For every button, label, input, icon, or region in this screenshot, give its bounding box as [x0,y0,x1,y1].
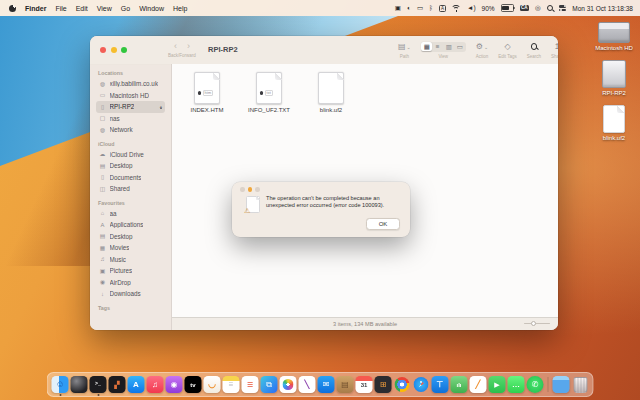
menu-item-view[interactable]: View [97,5,112,12]
action-control[interactable]: ⚙ ⌄ Action [476,41,489,59]
dock-graphics-app-icon[interactable]: ╲ [299,376,316,393]
sidebar-item-downloads[interactable]: ↓Downloads [96,288,165,300]
close-button[interactable] [100,47,106,53]
dock-photos-icon[interactable] [280,376,297,393]
desktop-icon-rpi-rp2[interactable]: RPI-RP2 [602,60,626,96]
dock-finder-icon[interactable]: ☺ [52,376,69,393]
dock-trash-icon[interactable] [572,376,589,393]
file-blink-uf2[interactable]: blink.uf2 [304,72,358,113]
wifi-icon[interactable] [452,5,461,12]
view-grid-icon[interactable]: ▦ [421,42,432,51]
share-control[interactable]: ↥ Share [551,41,558,59]
back-icon[interactable]: ‹ [174,41,177,51]
zoom-button[interactable] [121,47,127,53]
sidebar-item-rpi-rp2[interactable]: ▯RPI-RP2▴ [96,101,165,113]
sidebar-item-macintosh-hd[interactable]: ▭Macintosh HD [96,90,165,102]
ok-button[interactable]: OK [366,218,400,230]
dock-numbers-icon[interactable]: ılı [451,376,468,393]
dock-whatsapp-icon[interactable]: ✆ [527,376,544,393]
battery-icon[interactable] [501,4,514,12]
clock[interactable]: Mon 31 Oct 13:18:38 [572,5,633,12]
dock-podcasts-icon[interactable]: ◉ [166,376,183,393]
menu-item-file[interactable]: File [55,5,66,12]
podcasts-glyph: ◉ [171,381,178,389]
sidebar-item-shared[interactable]: ◫Shared [96,183,165,195]
sidebar-item-airdrop[interactable]: ◉AirDrop [96,277,165,289]
file-type-badge: txt [260,90,273,96]
dock-app-store-icon[interactable]: A [128,376,145,393]
dock-calculator-icon[interactable]: ⊞ [375,376,392,393]
battery-percent[interactable]: 90% [482,5,495,12]
input-source-badge[interactable]: CA [520,5,530,12]
input-menu-icon[interactable]: A [439,5,446,12]
contacts-glyph: ▤ [341,381,349,389]
sidebar-item-desktop[interactable]: ▤Desktop [96,160,165,172]
sidebar-item-desktop[interactable]: ▤Desktop [96,231,165,243]
dock-mail-icon[interactable]: ✉ [318,376,335,393]
menu-item-help[interactable]: Help [173,5,187,12]
edit-tags-control[interactable]: ◇ Edit Tags [498,41,516,59]
dialog-minimize-button[interactable] [248,187,253,192]
dock-terminal-icon[interactable]: >_ [90,376,107,393]
dock-contacts-icon[interactable]: ▤ [337,376,354,393]
dock-pages-icon[interactable]: ╱ [470,376,487,393]
window-toolbar: ‹ › Back/Forward RPI-RP2 ▤ ⌄ Path [90,36,558,65]
dock-calendar-icon[interactable]: 31 [356,376,373,393]
menu-item-window[interactable]: Window [139,5,164,12]
sidebar-item-documents[interactable]: ▯Documents [96,172,165,184]
sidebar-item-movies[interactable]: ▦Movies [96,242,165,254]
dock-facetime-icon[interactable]: ▶ [489,376,506,393]
dock-safari-icon[interactable] [413,376,430,393]
dialog-zoom-button[interactable] [255,187,260,192]
user-icon[interactable]: ◎ [535,5,541,12]
file-index-htm[interactable]: htmINDEX.HTM [180,72,234,113]
window-title: RPI-RP2 [208,45,238,54]
icon-size-slider[interactable] [524,323,550,324]
sidebar-item-xilly-babilim-co-uk[interactable]: ◍xilly.babilim.co.uk [96,78,165,90]
control-center-icon[interactable] [559,5,566,11]
desktop-icon-blink-uf2[interactable]: blink.uf2 [603,105,625,141]
sidebar-item-aa[interactable]: ⌂aa [96,208,165,220]
menu-item-go[interactable]: Go [121,5,130,12]
menu-item-edit[interactable]: Edit [76,5,88,12]
sidebar-item-music[interactable]: ♫Music [96,254,165,266]
dock-media-app-icon[interactable]: ▞ [109,376,126,393]
sidebar-item-label: Desktop [110,233,133,240]
sidebar-item-icloud-drive[interactable]: ☁iCloud Drive [96,149,165,161]
dock-keynote-icon[interactable]: ⊤ [432,376,449,393]
file-info-uf2-txt[interactable]: txtINFO_UF2.TXT [242,72,296,113]
desktop-icon-macintosh-hd[interactable]: Macintosh HD [595,22,633,51]
view-gallery-icon[interactable]: ▭ [454,42,465,51]
sidebar-item-pictures[interactable]: ▣Pictures [96,265,165,277]
slider-knob[interactable] [531,321,536,326]
sidebar-item-network[interactable]: ◍Network [96,124,165,136]
view-columns-icon[interactable]: ▥ [443,42,454,51]
display-icon[interactable]: ▭ [417,5,423,12]
dock-chrome-icon[interactable] [394,376,411,393]
dock-downloads-folder-icon[interactable] [553,376,570,393]
volume-icon[interactable]: ◄) [467,5,476,12]
path-control[interactable]: ▤ ⌄ Path [398,41,411,59]
dock-tv-icon[interactable]: tv [185,376,202,393]
dock-books-icon[interactable]: ◡ [204,376,221,393]
dialog-close-button[interactable] [240,187,245,192]
forward-icon[interactable]: › [187,41,190,51]
menu-item-finder[interactable]: Finder [25,5,46,12]
focus-icon[interactable]: ◐ [407,5,411,12]
eject-icon[interactable]: ▴ [160,105,162,110]
dock-dark-sphere-app-icon[interactable] [71,376,88,393]
apple-menu-icon[interactable] [9,5,16,12]
sidebar-item-applications[interactable]: AApplications [96,219,165,231]
dock-shortcuts-icon[interactable]: ⧉ [261,376,278,393]
dock-reminders-icon[interactable]: ☰ [242,376,259,393]
stage-manager-icon[interactable]: ▣ [395,5,401,12]
dock-music-icon[interactable]: ♫ [147,376,164,393]
view-list-icon[interactable]: ≡ [432,42,443,51]
sidebar-item-nas[interactable]: ▢nas [96,113,165,125]
search-control[interactable]: Search [527,41,541,59]
dock-messages-icon[interactable]: … [508,376,525,393]
dock-notes-icon[interactable]: ≡ [223,376,240,393]
minimize-button[interactable] [111,47,117,53]
spotlight-icon[interactable] [547,5,554,12]
bluetooth-icon[interactable]: ᛒ [429,5,433,12]
